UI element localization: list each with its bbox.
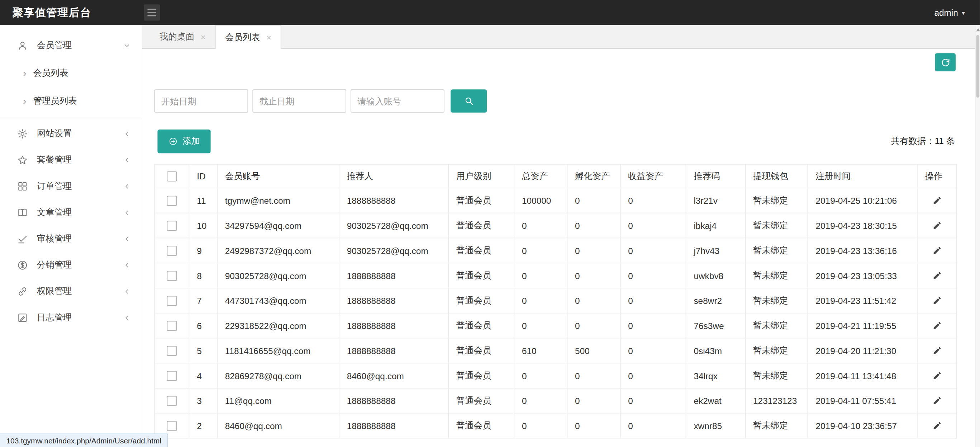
edit-pencil-icon[interactable] [931,419,943,432]
sidebar-item-log[interactable]: 日志管理 [0,305,142,331]
row-checkbox[interactable] [167,371,177,381]
app-viewport: 聚享值管理后台 admin ▾ 会员管理›会员列表›管理员列表网站设置套餐管理订… [0,0,980,447]
edit-pencil-icon[interactable] [931,294,943,307]
table-cell: 暂未绑定 [745,313,808,338]
sidebar-item-article[interactable]: 文章管理 [0,200,142,226]
table-cell: 普通会员 [449,413,514,438]
table-cell: 7 [189,288,217,313]
row-checkbox[interactable] [167,396,177,406]
edit-pencil-icon[interactable] [931,345,943,357]
table-cell: 0 [567,288,620,313]
hamburger-icon [147,9,156,10]
sidebar-toggle-button[interactable] [144,4,160,21]
table-row: 11tgymw@net.com1888888888普通会员10000000l3r… [155,188,957,213]
table-cell: 0si43m [686,338,746,363]
row-checkbox[interactable] [167,296,177,306]
row-checkbox[interactable] [167,421,177,431]
tab-close-icon[interactable]: × [266,32,271,42]
row-checkbox[interactable] [167,221,177,231]
sidebar-item-label: 权限管理 [37,286,123,297]
sidebar-item-package[interactable]: 套餐管理 [0,147,142,173]
table-cell: 10 [189,213,217,238]
edit-pencil-icon[interactable] [931,219,943,232]
table-cell: 0 [620,213,686,238]
table-row: 1034297594@qq.com903025728@qq.com普通会员000… [155,213,957,238]
table-cell: 2019-04-25 10:21:06 [808,188,917,213]
table-cell: l3r21v [686,188,746,213]
table-cell: 11 [189,188,217,213]
table-row: 28460@qq.com1888888888普通会员000xwnr85暂未绑定2… [155,413,957,438]
username-label: admin [934,8,958,18]
edit-pencil-icon[interactable] [931,270,943,282]
sidebar-item-order[interactable]: 订单管理 [0,173,142,200]
sidebar-subitem-member-list[interactable]: ›会员列表 [0,59,142,87]
select-all-checkbox[interactable] [167,171,177,182]
table-cell: 100000 [514,188,567,213]
end-date-input[interactable] [252,89,346,113]
column-header: 提现钱包 [745,164,808,188]
tab-close-icon[interactable]: × [201,32,206,42]
scrollbar-thumb[interactable] [977,35,980,97]
table-cell: 11@qq.com [217,388,339,413]
chevron-right-icon: › [23,96,27,107]
row-checkbox[interactable] [167,321,177,331]
refresh-button[interactable] [935,53,956,72]
row-checkbox[interactable] [167,246,177,256]
table-cell: 普通会员 [449,363,514,388]
row-checkbox[interactable] [167,346,177,356]
table-container: ID会员账号推荐人用户级别总资产孵化资产收益资产推荐码提现钱包注册时间操作 11… [154,164,956,438]
sidebar-item-member[interactable]: 会员管理 [0,33,142,59]
vertical-scrollbar[interactable] [975,25,980,447]
table-cell: 0 [620,188,686,213]
table-cell: 0 [514,238,567,263]
tab-desktop[interactable]: 我的桌面× [150,25,215,48]
table-cell: uwkbv8 [686,263,746,288]
table-cell: 0 [567,188,620,213]
chevron-down-icon [123,42,130,49]
table-cell: 0 [567,413,620,438]
add-button[interactable]: 添加 [158,129,210,153]
edit-pencil-icon[interactable] [931,194,943,207]
table-cell: 0 [620,263,686,288]
start-date-input[interactable] [154,89,248,113]
sidebar-item-label: 订单管理 [37,181,123,192]
table-cell: 5 [189,338,217,363]
table-cell: 0 [620,288,686,313]
sidebar-item-site[interactable]: 网站设置 [0,121,142,147]
column-header: 收益资产 [620,164,686,188]
edit-pencil-icon[interactable] [931,319,943,332]
table-cell: 1888888888 [339,313,449,338]
column-header: 推荐人 [339,164,449,188]
sidebar-item-audit[interactable]: 审核管理 [0,226,142,252]
edit-pencil-icon[interactable] [931,394,943,407]
sidebar-item-permission[interactable]: 权限管理 [0,278,142,305]
tab-label: 会员列表 [225,32,260,43]
edit-pencil-icon[interactable] [931,369,943,382]
scroll-up-arrow-icon[interactable] [977,28,980,31]
search-icon [463,96,474,107]
user-menu[interactable]: admin ▾ [934,0,965,25]
sidebar-subitem-admin-list[interactable]: ›管理员列表 [0,87,142,115]
table-cell: j7hv43 [686,238,746,263]
edit-pencil-icon[interactable] [931,244,943,257]
table-cell: 2019-04-11 07:55:41 [808,388,917,413]
table-cell: xwnr85 [686,413,746,438]
tab-label: 我的桌面 [159,31,195,42]
chevron-left-icon [123,314,130,321]
search-button[interactable] [450,89,487,113]
row-checkbox[interactable] [167,271,177,281]
gear-icon [16,128,29,140]
table-row: 7447301743@qq.com1888888888普通会员000se8wr2… [155,288,957,313]
table-cell: 0 [620,413,686,438]
table-cell: 普通会员 [449,313,514,338]
tab-member-list[interactable]: 会员列表× [215,25,282,49]
row-checkbox[interactable] [167,196,177,206]
table-body: 11tgymw@net.com1888888888普通会员10000000l3r… [155,188,957,438]
table-cell: se8wr2 [686,288,746,313]
table-cell: 1888888888 [339,338,449,363]
status-link-preview: 103.tgymw.net/index.php/Admin/User/add.h… [0,433,168,447]
table-cell: 0 [514,388,567,413]
sidebar-item-distribution[interactable]: 分销管理 [0,252,142,278]
chevron-right-icon: › [23,67,27,78]
account-input[interactable] [350,89,444,113]
